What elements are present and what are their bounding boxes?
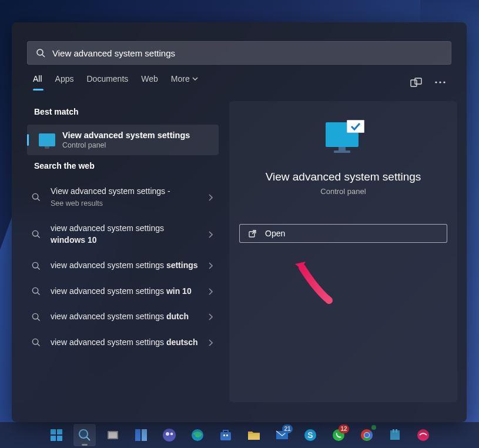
web-suggestion[interactable]: view advanced system settings settings: [27, 253, 219, 279]
task-view-button[interactable]: [102, 424, 124, 446]
web-suggestion[interactable]: view advanced system settings windows 10: [27, 216, 219, 253]
svg-rect-22: [51, 436, 56, 441]
web-suggestion[interactable]: view advanced system settings deutsch: [27, 330, 219, 356]
start-button[interactable]: [45, 424, 68, 446]
app-icon: [416, 428, 430, 442]
svg-rect-3: [415, 78, 421, 84]
web-suggestion-text: view advanced system settings settings: [51, 260, 200, 272]
tab-more-label: More: [171, 74, 190, 83]
svg-line-10: [38, 236, 40, 238]
svg-point-6: [443, 81, 445, 83]
web-suggestion-text: view advanced system settings dutch: [51, 311, 200, 323]
folder-icon: [247, 428, 261, 442]
svg-rect-48: [390, 430, 400, 440]
svg-point-31: [163, 429, 176, 442]
open-external-icon: [248, 229, 257, 238]
svg-rect-21: [57, 429, 62, 434]
taskbar-app-chrome[interactable]: [356, 424, 378, 446]
store-icon: [219, 428, 233, 442]
mail-badge: 21: [282, 424, 292, 433]
svg-point-5: [439, 81, 441, 83]
detail-app-icon: [326, 122, 361, 155]
svg-rect-50: [396, 429, 397, 433]
search-input[interactable]: [52, 48, 443, 58]
svg-line-25: [86, 437, 90, 440]
web-suggestion-text: view advanced system settings deutsch: [51, 337, 200, 349]
chevron-right-icon: [208, 231, 213, 238]
chevron-right-icon: [208, 262, 213, 269]
tab-more[interactable]: More: [171, 74, 198, 91]
chrome-icon: [360, 428, 374, 442]
svg-rect-29: [135, 429, 140, 441]
web-suggestion[interactable]: view advanced system settings dutch: [27, 304, 219, 330]
start-search-flyout: All Apps Documents Web More Best match: [12, 22, 467, 422]
svg-line-14: [38, 293, 40, 295]
taskbar-app-widgets[interactable]: [130, 424, 152, 446]
detail-subtitle: Control panel: [320, 187, 366, 196]
web-suggestion[interactable]: View advanced system settings - See web …: [27, 179, 219, 216]
taskbar-search-button[interactable]: [73, 424, 96, 446]
app-icon: [388, 428, 402, 442]
taskbar-app-generic-2[interactable]: [412, 424, 434, 446]
svg-rect-30: [142, 429, 147, 441]
taskbar-app-mail[interactable]: 21: [271, 424, 293, 446]
taskbar-app-whatsapp[interactable]: 12: [327, 424, 350, 446]
search-box[interactable]: [27, 41, 451, 65]
teams-icon: [162, 428, 176, 442]
svg-rect-28: [109, 432, 117, 438]
web-suggestion-text: view advanced system settings windows 10: [51, 223, 200, 246]
tab-apps[interactable]: Apps: [55, 74, 74, 91]
taskbar-app-store[interactable]: [215, 424, 237, 446]
svg-rect-2: [411, 80, 417, 86]
tab-web[interactable]: Web: [141, 74, 158, 91]
tab-all[interactable]: All: [33, 74, 42, 91]
window-snap-icon[interactable]: [410, 78, 422, 87]
taskbar-app-generic-1[interactable]: [384, 424, 406, 446]
svg-rect-38: [248, 434, 260, 440]
svg-point-4: [435, 81, 437, 83]
svg-line-1: [42, 55, 45, 57]
chevron-right-icon: [208, 194, 213, 201]
svg-point-17: [32, 339, 38, 345]
taskbar-app-explorer[interactable]: [243, 424, 265, 446]
svg-line-8: [38, 199, 40, 201]
checkmark-badge-icon: [347, 120, 364, 133]
best-match-title: View advanced system settings: [62, 131, 190, 140]
svg-rect-23: [57, 436, 62, 441]
chevron-right-icon: [208, 313, 213, 320]
web-suggestion[interactable]: view advanced system settings win 10: [27, 279, 219, 305]
svg-rect-20: [51, 429, 56, 434]
chevron-right-icon: [208, 288, 213, 295]
status-dot: [371, 425, 376, 430]
svg-point-9: [32, 231, 38, 236]
search-tabs: All Apps Documents Web More: [12, 65, 467, 91]
search-icon: [32, 193, 42, 202]
web-suggestions-list: View advanced system settings - See web …: [21, 179, 225, 356]
taskbar-app-skype[interactable]: S: [299, 424, 321, 446]
svg-rect-35: [220, 432, 231, 440]
svg-point-15: [32, 313, 38, 319]
best-match-result[interactable]: View advanced system settings Control pa…: [27, 125, 219, 155]
open-button[interactable]: Open: [239, 224, 447, 243]
chevron-right-icon: [208, 339, 213, 346]
search-web-heading: Search the web: [21, 155, 225, 179]
search-icon: [78, 428, 92, 442]
search-icon: [32, 230, 42, 239]
svg-line-18: [38, 344, 40, 346]
result-detail-panel: View advanced system settings Control pa…: [229, 101, 457, 402]
taskbar-app-edge[interactable]: [186, 424, 209, 446]
svg-rect-36: [223, 434, 225, 436]
tab-documents[interactable]: Documents: [86, 74, 128, 91]
taskbar-app-teams[interactable]: [158, 424, 180, 446]
taskbar: 21 S 12: [0, 422, 479, 448]
edge-icon: [190, 428, 205, 442]
more-options-icon[interactable]: [435, 81, 445, 83]
search-icon: [32, 338, 42, 347]
svg-rect-37: [226, 434, 228, 436]
svg-line-12: [38, 267, 40, 269]
system-settings-icon: [39, 133, 55, 146]
task-view-icon: [106, 428, 120, 442]
detail-title: View advanced system settings: [266, 170, 421, 183]
search-icon: [32, 262, 42, 270]
svg-point-7: [32, 193, 38, 199]
